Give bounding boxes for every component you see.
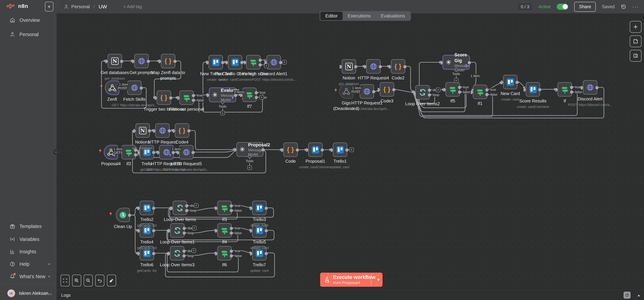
undo-button[interactable] [95,275,104,286]
node-zenfl[interactable] [105,81,119,95]
output-port[interactable] [428,89,431,92]
output-port[interactable] [152,151,155,154]
output-port[interactable] [255,91,258,94]
tab-executions[interactable]: Executions [343,12,376,20]
node-if5[interactable]: truefalse [446,82,460,97]
breadcrumb-project[interactable]: Personal [71,4,90,10]
output-port[interactable] [168,129,171,132]
output-port[interactable] [570,86,573,89]
output-port[interactable] [147,60,150,63]
add-node-button[interactable] [630,21,642,33]
share-button[interactable]: Share [574,2,596,12]
node-new-card[interactable] [503,75,518,89]
sidebar-item-variables[interactable]: Variables [0,233,56,245]
toggle-panel-button[interactable] [630,50,642,62]
output-port[interactable] [458,86,461,89]
output-port[interactable] [403,65,406,68]
node-http-request4[interactable] [366,59,380,74]
tidy-up-button[interactable] [107,275,116,286]
output-port[interactable] [265,252,268,255]
output-port[interactable] [240,61,244,64]
output-port[interactable] [265,229,268,232]
workflow-name[interactable]: UW [98,4,107,10]
execute-trigger-bolt-icon[interactable] [334,88,338,93]
output-port[interactable] [185,204,188,207]
connection-wire[interactable] [195,150,235,152]
output-port[interactable] [230,250,233,253]
sidebar-item-templates[interactable]: Templates [0,220,56,232]
node-if6[interactable]: truefalse [217,246,232,260]
node-if4[interactable]: truefalse [217,223,232,237]
more-menu-dots[interactable]: ··· [632,4,639,10]
output-port[interactable] [379,65,382,68]
node-code3[interactable]: { } [380,82,394,97]
output-port[interactable] [172,151,175,154]
output-port[interactable] [148,129,151,132]
add-node-endpoint[interactable]: + [192,226,196,230]
sidebar-collapse-button[interactable]: ‹ [53,149,59,155]
user-row[interactable]: IA Iskren Aleksan... ··· [0,287,56,299]
node-code4[interactable]: { } [175,123,189,138]
logs-expand-chevron[interactable]: ▴ [638,293,640,297]
node-discord-alert1[interactable] [267,55,281,69]
add-node-endpoint[interactable]: + [194,203,198,208]
output-port[interactable] [538,88,541,91]
sidebar-item-insights[interactable]: Insights [0,246,56,257]
output-port[interactable] [152,252,155,255]
node-if1[interactable]: truefalse [473,85,487,99]
output-port[interactable] [372,90,375,93]
node-filter-out-personal[interactable]: truefalse [180,91,194,105]
add-workflow-button[interactable]: + [45,2,53,12]
output-port[interactable] [262,148,265,151]
sidebar-item-help[interactable]: Help ▾ [0,258,56,270]
output-port[interactable] [595,86,598,89]
output-port[interactable] [182,250,186,253]
add-node-endpoint[interactable]: + [260,95,264,100]
output-port[interactable] [485,88,488,92]
output-port[interactable] [234,94,237,97]
execute-trigger-bolt-icon[interactable] [109,211,112,217]
output-port[interactable] [354,65,358,68]
output-port[interactable] [169,96,172,100]
output-port[interactable] [192,94,195,97]
sidebar-item-overview[interactable]: Overview [0,14,56,26]
node-loop-over-items[interactable]: doneloop [173,201,187,215]
output-port[interactable] [265,207,268,210]
output-port[interactable] [152,207,155,210]
add-sticky-note-button[interactable] [630,36,642,47]
zoom-in-button[interactable] [72,275,81,286]
active-toggle[interactable] [557,4,568,10]
fit-view-button[interactable] [60,275,70,286]
sidebar-item-whats-new[interactable]: What’s New ▾ [0,271,56,282]
node-trello3[interactable] [252,201,266,215]
output-port[interactable] [468,61,471,64]
add-tool-button[interactable]: + [247,165,252,170]
add-tag-button[interactable]: + Add tag [123,4,142,9]
tab-evaluations[interactable]: Evaluations [376,12,410,20]
add-node-endpoint[interactable]: + [436,88,440,92]
node-trello2[interactable] [140,201,154,215]
node-proposal2[interactable]: ✳Proposal2 Message Model [236,142,263,157]
add-tool-button[interactable]: + [220,111,225,115]
node-loop-over-items2[interactable]: doneloop [416,85,430,99]
zoom-out-button[interactable] [84,275,93,286]
execute-trigger-bolt-icon[interactable] [98,148,102,154]
output-port[interactable] [140,87,143,90]
add-node-endpoint[interactable]: + [192,248,196,253]
execute-workflow-button[interactable]: Execute workflow from Proposal4 ▾ [320,273,382,287]
output-port[interactable] [516,81,519,84]
node-trello1[interactable] [333,143,347,157]
node-code2[interactable]: { } [391,59,405,74]
node-loop-over-items1[interactable]: doneloop [170,223,184,237]
node-if[interactable]: truefalse [558,82,572,97]
output-port[interactable] [321,148,324,152]
add-node-endpoint[interactable]: + [264,64,269,68]
user-menu-dots[interactable]: ··· [46,290,52,296]
node-if3[interactable]: truefalse [217,201,232,215]
connection-wire[interactable] [131,208,138,215]
tab-editor[interactable]: Editor [320,12,343,20]
output-port[interactable] [120,60,123,63]
node-proposal1[interactable] [308,143,322,157]
node-get-prompts[interactable] [134,54,148,68]
add-node-endpoint[interactable]: + [349,148,354,152]
